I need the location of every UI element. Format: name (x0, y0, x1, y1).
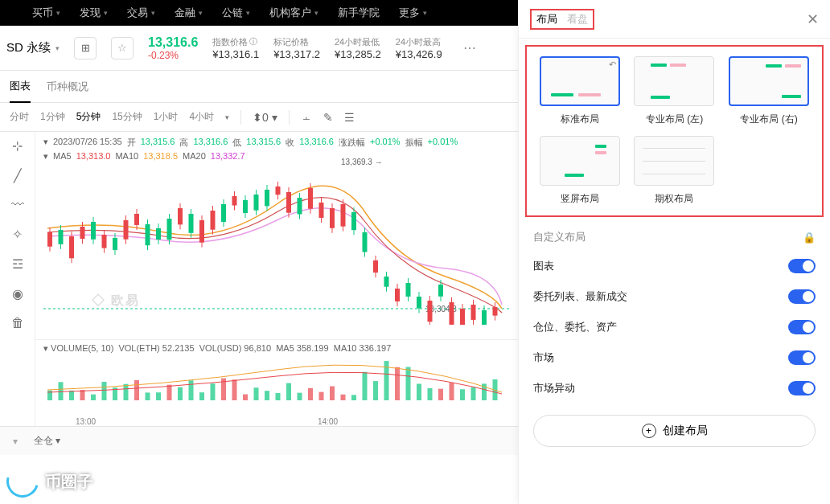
toggle-markets: 市场 (519, 342, 830, 373)
svg-rect-60 (363, 232, 368, 252)
svg-rect-38 (243, 200, 248, 213)
ivl-1m[interactable]: 1分钟 (40, 110, 65, 124)
ivl-5m[interactable]: 5分钟 (76, 110, 101, 124)
svg-rect-109 (308, 388, 313, 400)
svg-rect-20 (146, 224, 150, 245)
svg-rect-103 (243, 395, 248, 400)
ivl-1h[interactable]: 1小时 (154, 110, 179, 124)
svg-rect-92 (124, 384, 129, 400)
svg-rect-22 (156, 228, 161, 240)
draw-icon[interactable]: ✎ (323, 111, 333, 124)
svg-rect-14 (113, 238, 117, 250)
layout-pro-right[interactable]: 专业布局 (右) (727, 56, 811, 126)
svg-rect-121 (438, 389, 443, 400)
svg-rect-16 (124, 220, 129, 240)
toggle-switch[interactable] (788, 381, 816, 395)
svg-rect-62 (373, 260, 378, 272)
svg-rect-115 (373, 381, 378, 400)
toggle-switch[interactable] (788, 350, 816, 365)
svg-rect-74 (438, 285, 443, 297)
nav-inst[interactable]: 机构客户▾ (269, 6, 318, 20)
candle-icon[interactable]: ⊞ (74, 37, 97, 59)
draw-toolbar: ⊹ ╱ 〰 ✧ ☲ ◉ 🗑 (0, 132, 35, 426)
svg-rect-68 (406, 283, 411, 297)
svg-rect-102 (232, 379, 237, 400)
ivl-4h[interactable]: 4小时 (189, 110, 214, 124)
svg-rect-98 (189, 380, 194, 400)
tab-info[interactable]: 币种概况 (47, 71, 88, 103)
svg-rect-123 (460, 389, 465, 400)
ivl-timeshare[interactable]: 分时 (10, 110, 29, 124)
svg-rect-93 (134, 380, 139, 400)
star-icon[interactable]: ☆ (111, 37, 134, 59)
nav-academy[interactable]: 新手学院 (338, 6, 380, 20)
nav-more[interactable]: 更多▾ (399, 6, 427, 20)
svg-rect-112 (341, 395, 346, 400)
layout-pro-left[interactable]: 专业布局 (左) (633, 56, 717, 126)
svg-rect-26 (178, 208, 183, 224)
nav-chain[interactable]: 公链▾ (222, 6, 250, 20)
svg-rect-4 (59, 230, 64, 244)
undo-icon[interactable]: ↶ (609, 59, 616, 70)
toggle-orderbook: 委托列表、最新成交 (519, 281, 830, 312)
eye-icon[interactable]: ◉ (12, 286, 23, 301)
more-dots-icon[interactable]: ⋯ (463, 40, 476, 55)
layout-options[interactable]: 期权布局 (633, 136, 717, 206)
lock-icon[interactable]: 🔒 (803, 232, 816, 244)
toggle-movers: 市场异动 (519, 373, 830, 404)
svg-rect-32 (211, 211, 216, 230)
plus-icon: + (642, 424, 656, 438)
svg-rect-114 (363, 372, 368, 400)
nav-discover[interactable]: 发现▾ (80, 6, 108, 20)
custom-layout-header: 自定义布局 🔒 (519, 223, 830, 251)
nav-trade[interactable]: 交易▾ (127, 6, 155, 20)
crosshair-icon[interactable]: ⊹ (12, 138, 23, 154)
index-price: 指数价格 ⓘ ¥13,316.1 (212, 36, 259, 60)
ivl-15m[interactable]: 15分钟 (112, 110, 142, 124)
info-icon[interactable]: ⓘ (249, 36, 257, 47)
create-layout-button[interactable]: + 创建布局 (533, 415, 816, 447)
site-logo: 币圈子 (6, 465, 93, 498)
panel-tab-layout[interactable]: 布局 (536, 12, 557, 27)
line-tool-icon[interactable]: ╱ (14, 168, 22, 183)
svg-rect-89 (91, 395, 96, 400)
layout-vertical[interactable]: 竖屏布局 (538, 136, 622, 206)
panel-tabs: 布局 看盘 (530, 9, 594, 30)
svg-rect-119 (417, 384, 421, 400)
svg-rect-70 (417, 297, 421, 309)
svg-rect-104 (254, 387, 259, 400)
svg-rect-84 (493, 307, 498, 316)
layout-standard[interactable]: ↶ 标准布局 (538, 56, 622, 126)
svg-rect-48 (298, 198, 302, 215)
svg-rect-86 (59, 382, 64, 400)
panel-tab-watch[interactable]: 看盘 (567, 12, 588, 27)
layout-presets: ↶ 标准布局 专业布局 (左) 专业布局 (右) (525, 45, 824, 217)
chevron-down-icon[interactable]: ▾ (13, 436, 18, 447)
depth-icon[interactable]: ⬍0 ▾ (253, 111, 277, 124)
wave-icon[interactable]: 〰 (11, 198, 24, 212)
svg-rect-96 (167, 385, 172, 400)
svg-rect-106 (276, 393, 281, 400)
close-icon[interactable]: ✕ (807, 10, 819, 28)
tab-chart[interactable]: 图表 (10, 71, 31, 103)
interval-more-icon[interactable]: ▾ (225, 113, 229, 121)
toggle-positions: 仓位、委托、资产 (519, 312, 830, 342)
nav-buy[interactable]: 买币▾ (32, 6, 60, 20)
sparkle-icon[interactable]: ✧ (12, 227, 23, 242)
svg-rect-108 (298, 393, 302, 400)
svg-rect-90 (102, 382, 107, 400)
nav-finance[interactable]: 金融▾ (175, 6, 203, 20)
margin-mode[interactable]: 全仓 ▾ (34, 434, 60, 448)
toggle-switch[interactable] (788, 289, 816, 304)
volume-svg (43, 354, 510, 402)
svg-rect-78 (460, 309, 465, 325)
high-24h: 24小时最高 ¥13,426.9 (396, 36, 442, 60)
svg-rect-52 (319, 203, 324, 218)
indicator-icon[interactable]: ⫠ (301, 111, 312, 124)
layers-icon[interactable]: ☲ (12, 256, 23, 272)
trash-icon[interactable]: 🗑 (11, 316, 24, 330)
list-icon[interactable]: ☰ (344, 111, 355, 124)
pair-selector[interactable]: SD 永续▾ (6, 40, 60, 55)
toggle-switch[interactable] (788, 320, 816, 334)
toggle-switch[interactable] (788, 259, 816, 273)
